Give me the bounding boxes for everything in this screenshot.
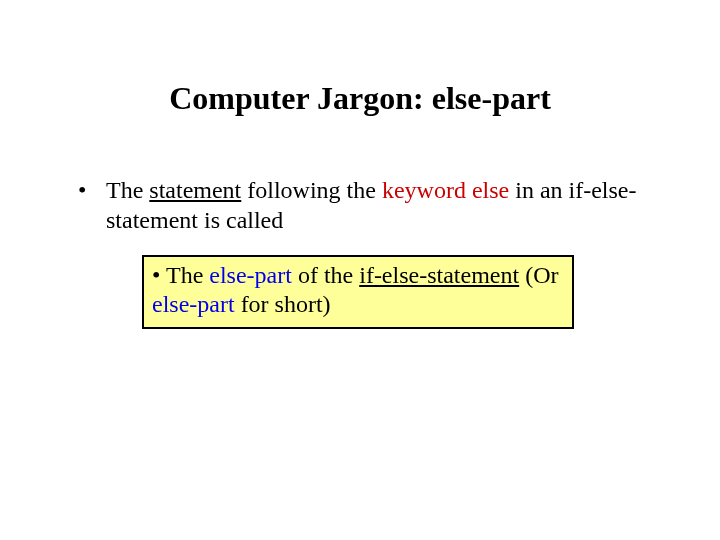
bullet-mark: • bbox=[78, 175, 86, 205]
underlined-statement: statement bbox=[149, 177, 241, 203]
text-segment: • The bbox=[152, 262, 209, 288]
definition-box: • The else-part of the if-else-statement… bbox=[142, 255, 574, 329]
slide-title: Computer Jargon: else-part bbox=[0, 80, 720, 117]
text-segment: following the bbox=[241, 177, 382, 203]
text-segment: for short) bbox=[235, 291, 331, 317]
main-bullet: • The statement following the keyword el… bbox=[78, 175, 660, 235]
text-segment: The bbox=[106, 177, 149, 203]
term-else-part: else-part bbox=[209, 262, 292, 288]
text-segment: of the bbox=[292, 262, 359, 288]
bullet-text: The statement following the keyword else… bbox=[106, 175, 660, 235]
text-segment: (Or bbox=[519, 262, 558, 288]
keyword-else: keyword else bbox=[382, 177, 509, 203]
term-else-part-short: else-part bbox=[152, 291, 235, 317]
underlined-if-else: if-else-statement bbox=[359, 262, 519, 288]
slide: Computer Jargon: else-part • The stateme… bbox=[0, 0, 720, 540]
